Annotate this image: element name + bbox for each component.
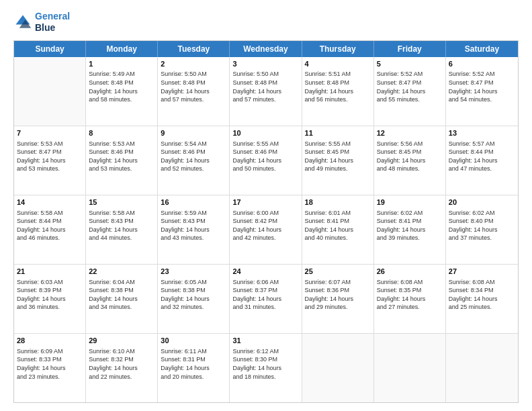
calendar-cell <box>302 334 374 402</box>
day-number: 17 <box>232 197 298 208</box>
calendar-header-day: Saturday <box>446 41 518 57</box>
calendar-cell: 27Sunrise: 6:08 AM Sunset: 8:34 PM Dayli… <box>446 265 518 333</box>
logo-text: General Blue <box>35 11 70 34</box>
day-number: 30 <box>161 336 226 346</box>
day-info: Sunrise: 5:58 AM Sunset: 8:44 PM Dayligh… <box>17 209 83 242</box>
calendar-header-day: Friday <box>374 41 446 57</box>
day-number: 5 <box>377 59 443 69</box>
calendar-cell: 11Sunrise: 5:55 AM Sunset: 8:45 PM Dayli… <box>302 126 374 195</box>
calendar-cell: 19Sunrise: 6:02 AM Sunset: 8:41 PM Dayli… <box>374 195 446 264</box>
day-info: Sunrise: 6:08 AM Sunset: 8:34 PM Dayligh… <box>449 278 515 312</box>
calendar-header: SundayMondayTuesdayWednesdayThursdayFrid… <box>14 41 518 57</box>
calendar-header-day: Thursday <box>302 41 374 57</box>
day-number: 10 <box>232 128 298 138</box>
day-number: 24 <box>232 267 298 277</box>
day-info: Sunrise: 6:05 AM Sunset: 8:38 PM Dayligh… <box>161 278 226 312</box>
calendar-cell: 18Sunrise: 6:01 AM Sunset: 8:41 PM Dayli… <box>302 195 374 264</box>
calendar-row: 28Sunrise: 6:09 AM Sunset: 8:33 PM Dayli… <box>14 333 518 402</box>
calendar-cell: 21Sunrise: 6:03 AM Sunset: 8:39 PM Dayli… <box>14 265 86 333</box>
day-number: 3 <box>232 59 298 69</box>
calendar-cell: 31Sunrise: 6:12 AM Sunset: 8:30 PM Dayli… <box>230 334 302 402</box>
logo: General Blue <box>13 11 70 34</box>
day-number: 25 <box>305 267 371 277</box>
day-info: Sunrise: 5:53 AM Sunset: 8:46 PM Dayligh… <box>89 140 154 173</box>
day-info: Sunrise: 5:56 AM Sunset: 8:45 PM Dayligh… <box>377 140 443 173</box>
calendar-header-day: Monday <box>86 41 158 57</box>
day-info: Sunrise: 6:07 AM Sunset: 8:36 PM Dayligh… <box>305 278 371 312</box>
day-info: Sunrise: 5:59 AM Sunset: 8:43 PM Dayligh… <box>161 209 226 242</box>
day-number: 15 <box>89 197 154 208</box>
calendar-cell <box>446 334 518 402</box>
calendar-cell: 17Sunrise: 6:00 AM Sunset: 8:42 PM Dayli… <box>230 195 302 264</box>
day-number: 20 <box>449 197 515 208</box>
day-info: Sunrise: 5:58 AM Sunset: 8:43 PM Dayligh… <box>89 209 154 242</box>
calendar-header-day: Wednesday <box>230 41 302 57</box>
day-info: Sunrise: 5:57 AM Sunset: 8:44 PM Dayligh… <box>449 140 515 173</box>
day-info: Sunrise: 5:52 AM Sunset: 8:47 PM Dayligh… <box>377 70 443 103</box>
day-info: Sunrise: 5:55 AM Sunset: 8:45 PM Dayligh… <box>305 140 371 173</box>
day-info: Sunrise: 6:11 AM Sunset: 8:31 PM Dayligh… <box>161 347 226 381</box>
calendar-cell: 9Sunrise: 5:54 AM Sunset: 8:46 PM Daylig… <box>158 126 230 195</box>
day-info: Sunrise: 6:03 AM Sunset: 8:39 PM Dayligh… <box>17 278 83 312</box>
day-number: 2 <box>161 59 226 69</box>
day-number: 9 <box>161 128 226 138</box>
day-number: 14 <box>17 197 83 208</box>
day-number: 29 <box>89 336 154 346</box>
day-number: 16 <box>161 197 226 208</box>
day-info: Sunrise: 5:51 AM Sunset: 8:48 PM Dayligh… <box>305 70 371 103</box>
calendar: SundayMondayTuesdayWednesdayThursdayFrid… <box>13 40 519 403</box>
calendar-body: 1Sunrise: 5:49 AM Sunset: 8:48 PM Daylig… <box>14 57 518 402</box>
calendar-cell: 2Sunrise: 5:50 AM Sunset: 8:48 PM Daylig… <box>158 57 230 126</box>
day-info: Sunrise: 5:54 AM Sunset: 8:46 PM Dayligh… <box>161 140 226 173</box>
day-info: Sunrise: 6:08 AM Sunset: 8:35 PM Dayligh… <box>377 278 443 312</box>
calendar-cell <box>374 334 446 402</box>
calendar-cell: 4Sunrise: 5:51 AM Sunset: 8:48 PM Daylig… <box>302 57 374 126</box>
calendar-cell: 26Sunrise: 6:08 AM Sunset: 8:35 PM Dayli… <box>374 265 446 333</box>
day-number: 27 <box>449 267 515 277</box>
calendar-row: 14Sunrise: 5:58 AM Sunset: 8:44 PM Dayli… <box>14 195 518 264</box>
calendar-header-day: Tuesday <box>158 41 230 57</box>
day-info: Sunrise: 6:00 AM Sunset: 8:42 PM Dayligh… <box>232 209 298 242</box>
day-number: 26 <box>377 267 443 277</box>
day-info: Sunrise: 6:06 AM Sunset: 8:37 PM Dayligh… <box>232 278 298 312</box>
day-info: Sunrise: 5:52 AM Sunset: 8:47 PM Dayligh… <box>449 70 515 103</box>
calendar-cell: 13Sunrise: 5:57 AM Sunset: 8:44 PM Dayli… <box>446 126 518 195</box>
calendar-cell: 3Sunrise: 5:50 AM Sunset: 8:48 PM Daylig… <box>230 57 302 126</box>
day-number: 4 <box>305 59 371 69</box>
calendar-cell: 16Sunrise: 5:59 AM Sunset: 8:43 PM Dayli… <box>158 195 230 264</box>
calendar-row: 1Sunrise: 5:49 AM Sunset: 8:48 PM Daylig… <box>14 57 518 126</box>
day-info: Sunrise: 5:49 AM Sunset: 8:48 PM Dayligh… <box>89 70 154 103</box>
calendar-cell: 20Sunrise: 6:02 AM Sunset: 8:40 PM Dayli… <box>446 195 518 264</box>
day-number: 18 <box>305 197 371 208</box>
calendar-row: 21Sunrise: 6:03 AM Sunset: 8:39 PM Dayli… <box>14 264 518 333</box>
day-info: Sunrise: 6:12 AM Sunset: 8:30 PM Dayligh… <box>232 347 298 381</box>
day-info: Sunrise: 6:01 AM Sunset: 8:41 PM Dayligh… <box>305 209 371 242</box>
day-number: 13 <box>449 128 515 138</box>
day-number: 1 <box>89 59 154 69</box>
day-number: 23 <box>161 267 226 277</box>
day-number: 12 <box>377 128 443 138</box>
day-number: 31 <box>232 336 298 346</box>
day-info: Sunrise: 5:55 AM Sunset: 8:46 PM Dayligh… <box>232 140 298 173</box>
day-info: Sunrise: 6:10 AM Sunset: 8:32 PM Dayligh… <box>89 347 154 381</box>
day-number: 28 <box>17 336 83 346</box>
day-info: Sunrise: 5:50 AM Sunset: 8:48 PM Dayligh… <box>232 70 298 103</box>
logo-icon <box>13 13 32 32</box>
calendar-cell: 24Sunrise: 6:06 AM Sunset: 8:37 PM Dayli… <box>230 265 302 333</box>
day-number: 6 <box>449 59 515 69</box>
day-number: 22 <box>89 267 154 277</box>
calendar-cell: 28Sunrise: 6:09 AM Sunset: 8:33 PM Dayli… <box>14 334 86 402</box>
day-number: 7 <box>17 128 83 138</box>
day-info: Sunrise: 5:50 AM Sunset: 8:48 PM Dayligh… <box>161 70 226 103</box>
calendar-cell: 30Sunrise: 6:11 AM Sunset: 8:31 PM Dayli… <box>158 334 230 402</box>
day-number: 11 <box>305 128 371 138</box>
calendar-cell: 1Sunrise: 5:49 AM Sunset: 8:48 PM Daylig… <box>86 57 158 126</box>
calendar-cell: 7Sunrise: 5:53 AM Sunset: 8:47 PM Daylig… <box>14 126 86 195</box>
day-info: Sunrise: 6:02 AM Sunset: 8:40 PM Dayligh… <box>449 209 515 242</box>
calendar-cell: 12Sunrise: 5:56 AM Sunset: 8:45 PM Dayli… <box>374 126 446 195</box>
calendar-row: 7Sunrise: 5:53 AM Sunset: 8:47 PM Daylig… <box>14 126 518 195</box>
page: General Blue SundayMondayTuesdayWednesda… <box>0 0 532 411</box>
day-info: Sunrise: 6:04 AM Sunset: 8:38 PM Dayligh… <box>89 278 154 312</box>
header: General Blue <box>13 11 519 34</box>
day-number: 8 <box>89 128 154 138</box>
